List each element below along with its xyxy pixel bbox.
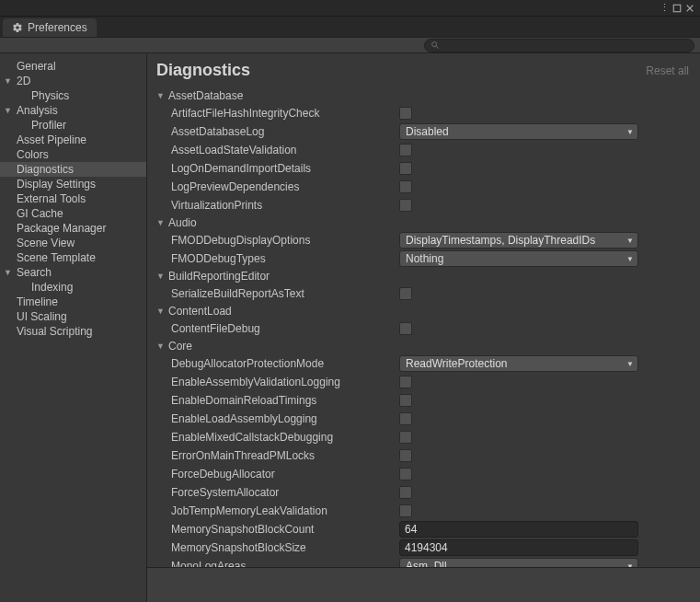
sidebar-item-label: GI Cache (17, 207, 63, 220)
sidebar-item-display-settings[interactable]: Display Settings (0, 177, 146, 191)
search-icon (430, 41, 440, 50)
setting-label: FMODDebugDisplayOptions (171, 234, 399, 247)
setting-label: AssetLoadStateValidation (171, 144, 399, 156)
checkbox[interactable] (399, 162, 412, 175)
chevron-down-icon: ▼ (626, 255, 634, 263)
text-field[interactable]: 4194304 (399, 539, 638, 556)
page-title: Diagnostics (156, 61, 250, 80)
setting-label: ArtifactFileHashIntegrityCheck (171, 107, 399, 120)
sidebar-item-label: General (17, 60, 56, 73)
setting-label: MemorySnapshotBlockSize (171, 541, 399, 554)
section-buildreportingeditor[interactable]: ▼BuildReportingEditor (151, 268, 693, 284)
sidebar-item-label: Search (17, 266, 52, 279)
sidebar-item-search[interactable]: ▼Search (0, 265, 146, 280)
checkbox[interactable] (399, 394, 412, 407)
section-label: ContentLoad (168, 305, 232, 318)
sidebar-item-label: Display Settings (17, 178, 96, 191)
setting-row: SerializeBuildReportAsText (151, 284, 693, 303)
sidebar-item-ui-scaling[interactable]: UI Scaling (0, 309, 146, 324)
sidebar-item-scene-view[interactable]: Scene View (0, 236, 146, 250)
checkbox[interactable] (399, 180, 412, 193)
sidebar-item-diagnostics[interactable]: Diagnostics (0, 162, 146, 177)
text-field[interactable]: 64 (399, 521, 638, 538)
checkbox[interactable] (399, 107, 412, 120)
setting-row: EnableAssemblyValidationLogging (151, 373, 693, 391)
settings-content: ▼AssetDatabaseArtifactFileHashIntegrityC… (147, 84, 700, 567)
setting-row: ForceDebugAllocator (151, 465, 693, 483)
sidebar-item-label: Package Manager (17, 222, 106, 235)
dropdown[interactable]: ReadWriteProtection▼ (399, 355, 638, 372)
sidebar-item-2d[interactable]: ▼2D (0, 74, 146, 88)
setting-row: EnableDomainReloadTimings (151, 391, 693, 410)
checkbox[interactable] (399, 468, 412, 480)
svg-line-4 (436, 46, 439, 49)
setting-row: LogPreviewDependencies (151, 178, 693, 196)
section-assetdatabase[interactable]: ▼AssetDatabase (151, 87, 693, 104)
checkbox[interactable] (399, 449, 412, 462)
checkbox[interactable] (399, 199, 412, 212)
section-audio[interactable]: ▼Audio (151, 214, 693, 231)
sidebar-item-visual-scripting[interactable]: Visual Scripting (0, 324, 146, 339)
section-contentload[interactable]: ▼ContentLoad (151, 303, 693, 319)
foldout-icon: ▼ (156, 307, 166, 316)
setting-row: ContentFileDebug (151, 319, 693, 338)
setting-row: LogOnDemandImportDetails (151, 159, 693, 178)
close-icon[interactable] (683, 2, 696, 15)
dropdown[interactable]: DisplayTimestamps, DisplayThreadIDs▼ (399, 232, 638, 249)
setting-row: ErrorOnMainThreadPMLocks (151, 446, 693, 465)
foldout-icon: ▼ (156, 218, 166, 227)
sidebar-item-general[interactable]: General (0, 59, 146, 74)
sidebar-item-label: Visual Scripting (17, 325, 93, 338)
sidebar-item-gi-cache[interactable]: GI Cache (0, 206, 146, 221)
svg-point-3 (432, 42, 437, 47)
chevron-down-icon: ▼ (626, 360, 634, 368)
dropdown-value: Disabled (406, 125, 449, 138)
dropdown-value: DisplayTimestamps, DisplayThreadIDs (406, 234, 595, 247)
kebab-icon[interactable]: ⋮ (658, 2, 671, 15)
checkbox[interactable] (399, 144, 412, 156)
search-input[interactable] (424, 39, 694, 52)
sidebar-item-timeline[interactable]: Timeline (0, 295, 146, 309)
setting-label: DebugAllocatorProtectionMode (171, 357, 399, 370)
sidebar-item-package-manager[interactable]: Package Manager (0, 221, 146, 236)
setting-row: MemorySnapshotBlockCount64 (151, 520, 693, 538)
sidebar: General▼2DPhysics▼AnalysisProfilerAsset … (0, 53, 147, 602)
dropdown[interactable]: Nothing▼ (399, 250, 638, 267)
setting-row: JobTempMemoryLeakValidation (151, 502, 693, 520)
section-label: Audio (168, 216, 197, 229)
checkbox[interactable] (399, 287, 412, 300)
sidebar-item-label: Analysis (17, 104, 58, 117)
sidebar-item-external-tools[interactable]: External Tools (0, 191, 146, 206)
checkbox[interactable] (399, 486, 412, 499)
dropdown[interactable]: Disabled▼ (399, 123, 638, 140)
sidebar-item-asset-pipeline[interactable]: Asset Pipeline (0, 133, 146, 147)
setting-label: ErrorOnMainThreadPMLocks (171, 449, 399, 462)
checkbox[interactable] (399, 504, 412, 517)
reset-all-button[interactable]: Reset all (646, 64, 689, 77)
setting-row: AssetLoadStateValidation (151, 141, 693, 159)
sidebar-item-profiler[interactable]: Profiler (0, 118, 146, 133)
setting-row: AssetDatabaseLogDisabled▼ (151, 122, 693, 141)
checkbox[interactable] (399, 431, 412, 444)
foldout-icon: ▼ (156, 91, 166, 100)
foldout-icon: ▼ (156, 272, 166, 281)
section-core[interactable]: ▼Core (151, 338, 693, 354)
setting-label: SerializeBuildReportAsText (171, 287, 399, 300)
sidebar-item-indexing[interactable]: Indexing (0, 280, 146, 295)
sidebar-item-scene-template[interactable]: Scene Template (0, 250, 146, 265)
sidebar-item-colors[interactable]: Colors (0, 147, 146, 162)
sidebar-item-label: Scene Template (17, 251, 96, 264)
checkbox[interactable] (399, 322, 412, 335)
setting-row: FMODDebugTypesNothing▼ (151, 249, 693, 268)
checkbox[interactable] (399, 376, 412, 388)
setting-label: EnableLoadAssemblyLogging (171, 412, 399, 425)
dropdown[interactable]: Asm, Dll▼ (399, 558, 638, 567)
sidebar-item-physics[interactable]: Physics (0, 88, 146, 103)
tab-preferences[interactable]: Preferences (3, 18, 97, 37)
setting-label: LogPreviewDependencies (171, 180, 399, 193)
setting-label: VirtualizationPrints (171, 199, 399, 212)
sidebar-item-analysis[interactable]: ▼Analysis (0, 103, 146, 118)
checkbox[interactable] (399, 412, 412, 425)
maximize-icon[interactable] (671, 2, 683, 15)
setting-row: VirtualizationPrints (151, 196, 693, 214)
